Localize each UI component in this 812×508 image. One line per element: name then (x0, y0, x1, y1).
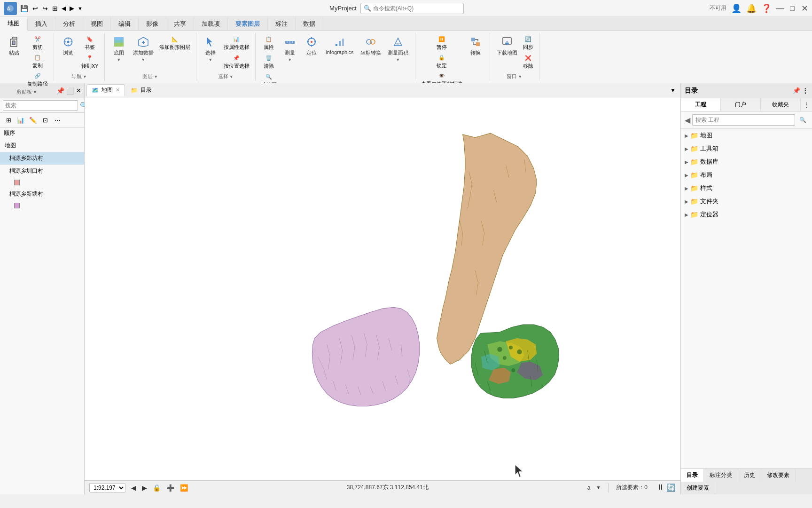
rbt-history[interactable]: 历史 (738, 469, 761, 482)
copy-button[interactable]: 📋 复制 (25, 52, 50, 70)
tree-arrow-folder[interactable]: ▶ (685, 199, 688, 204)
layer-item-color2[interactable] (0, 200, 84, 211)
tab-view[interactable]: 视图 (83, 17, 111, 31)
coord-unit-dropdown[interactable]: a (587, 484, 591, 491)
download-map-button[interactable]: 下载地图 (494, 34, 520, 58)
layer-search-input[interactable] (3, 100, 78, 111)
quick-access-nav-fwd[interactable]: ▶ (69, 4, 75, 13)
layer-expand[interactable]: ▼ (154, 74, 158, 79)
panel-float[interactable]: ⬜ (66, 87, 74, 95)
quick-access-redo[interactable]: ↪ (41, 4, 49, 13)
nav-home-btn[interactable]: ⏩ (180, 484, 188, 492)
goto-xy-button[interactable]: 📍 转到XY (79, 53, 101, 71)
select-by-location-button[interactable]: 📌 按位置选择 (222, 53, 251, 71)
paste-button[interactable]: 粘贴 (4, 34, 24, 58)
more-options-btn[interactable]: ⋯ (52, 115, 63, 125)
tree-item-folder[interactable]: ▶ 📁 文件夹 (681, 195, 812, 208)
tab-map-view[interactable]: 🗺️ 地图 ✕ (86, 84, 125, 96)
map-canvas[interactable] (85, 97, 680, 480)
maximize-button[interactable]: □ (789, 5, 796, 12)
quick-access-layout[interactable]: ⊞ (51, 4, 59, 13)
layer-item-xintang[interactable]: 桐源乡新塘村 (0, 188, 84, 200)
add-graphic-layer-button[interactable]: 📐 添加图形图层 (157, 34, 192, 52)
copy-path-button[interactable]: 🔗 复制路径 (25, 71, 50, 88)
layer-item-zhunkouvillage[interactable]: 桐源乡圳口村 (0, 165, 84, 177)
convert-button[interactable]: 转换 (465, 34, 486, 58)
right-search-input[interactable] (692, 114, 795, 126)
refresh-map-btn[interactable]: 🔄 (666, 483, 676, 492)
map-tab-close[interactable]: ✕ (116, 87, 120, 93)
measure-area-button[interactable]: m² 测量面积 ▼ (385, 34, 411, 64)
tree-arrow-map[interactable]: ▶ (685, 133, 688, 138)
clipboard-expand[interactable]: ▼ (33, 90, 37, 95)
basemap-button[interactable]: 底图 ▼ (109, 34, 129, 64)
bookmark-button[interactable]: 🔖 书签 (79, 34, 101, 52)
cut-button[interactable]: ✂️ 剪切 (25, 34, 50, 52)
tab-feature-layer[interactable]: 要素图层 (228, 17, 268, 31)
tree-item-locator[interactable]: ▶ 📁 定位器 (681, 208, 812, 221)
notification-icon[interactable]: 🔔 (746, 3, 757, 14)
command-search-box[interactable]: 🔍 (360, 3, 464, 14)
coord-transform-button[interactable]: xy 坐标转换 (358, 34, 384, 58)
fixed-scale-btn[interactable]: 🔒 (153, 484, 161, 492)
quick-access-more[interactable]: ▼ (77, 5, 84, 12)
rbt-modify-feature[interactable]: 修改要素 (761, 469, 796, 482)
layer-item-color1[interactable] (0, 177, 84, 188)
tab-edit[interactable]: 编辑 (111, 17, 139, 31)
right-search-back[interactable]: ◀ (685, 116, 690, 125)
quick-access-save[interactable]: 💾 (19, 4, 30, 13)
panel-auto-hide[interactable]: 📌 (56, 87, 64, 95)
tree-arrow-database[interactable]: ▶ (685, 159, 688, 165)
scale-selector[interactable]: 1:92,197 (89, 483, 125, 492)
right-search-button[interactable]: 🔍 (797, 114, 808, 126)
tab-catalog-view[interactable]: 📁 目录 (126, 84, 156, 96)
tab-data[interactable]: 数据 (296, 17, 323, 31)
tab-map[interactable]: 地图 (0, 17, 28, 31)
right-tab-options[interactable]: ⋮ (801, 98, 812, 111)
rbt-annotation-class[interactable]: 标注分类 (704, 469, 738, 482)
tree-arrow-style[interactable]: ▶ (685, 186, 688, 191)
tab-addins[interactable]: 加载项 (194, 17, 228, 31)
right-tab-favorites[interactable]: 收藏夹 (761, 98, 801, 111)
select-expand[interactable]: ▼ (229, 74, 234, 79)
sync-button[interactable]: 🔄 同步 (521, 34, 535, 52)
quick-access-undo[interactable]: ↩ (31, 4, 39, 13)
tab-annotation[interactable]: 标注 (268, 17, 296, 31)
table-view-btn[interactable]: ⊞ (3, 115, 14, 125)
add-bookmark-btn[interactable]: ➕ (166, 484, 174, 492)
pause-button[interactable]: ⏸️ 暂停 (419, 34, 464, 52)
tree-arrow-locator[interactable]: ▶ (685, 212, 688, 217)
close-button[interactable]: ✕ (801, 5, 808, 12)
tree-item-map[interactable]: ▶ 📁 地图 (681, 129, 812, 142)
layer-item-zhengfang[interactable]: 桐源乡郑坊村 (0, 152, 84, 165)
add-data-button[interactable]: 添加数据 ▼ (130, 34, 156, 64)
window-expand[interactable]: ▼ (518, 74, 522, 79)
locate-button[interactable]: 定位 (301, 34, 322, 58)
tree-item-style[interactable]: ▶ 📁 样式 (681, 182, 812, 195)
dropdown-arrow[interactable]: ▼ (596, 485, 601, 490)
tree-item-toolbox[interactable]: ▶ 📁 工具箱 (681, 142, 812, 155)
layer-item-map[interactable]: 地图 (0, 139, 84, 152)
right-panel-options[interactable]: ⋮ (802, 87, 808, 94)
command-search-input[interactable] (373, 5, 461, 12)
tree-arrow-toolbox[interactable]: ▶ (685, 146, 688, 151)
chart-view-btn[interactable]: 📊 (15, 115, 26, 125)
right-tab-project[interactable]: 工程 (681, 98, 721, 111)
panel-close[interactable]: ✕ (76, 87, 81, 95)
tab-analysis[interactable]: 分析 (55, 17, 83, 31)
rbt-catalog[interactable]: 目录 (681, 469, 704, 482)
clear-button[interactable]: 🗑️ 清除 (259, 53, 279, 71)
lock-button[interactable]: 🔒 锁定 (419, 52, 464, 70)
right-panel-auto-hide[interactable]: 📌 (793, 87, 800, 94)
tab-imagery[interactable]: 影像 (139, 17, 166, 31)
edit-layer-btn[interactable]: ✏️ (27, 115, 39, 125)
pause-playback-btn[interactable]: ⏸ (657, 483, 664, 492)
remove-button[interactable]: ❌ 移除 (521, 53, 535, 71)
minimize-button[interactable]: — (776, 5, 784, 12)
tree-item-layout[interactable]: ▶ 📁 布局 (681, 168, 812, 182)
tab-share[interactable]: 共享 (166, 17, 194, 31)
infographics-button[interactable]: Infographics (323, 34, 357, 56)
quick-access-nav-back[interactable]: ◀ (61, 4, 67, 13)
measure-button[interactable]: 测量 ▼ (280, 34, 300, 64)
select-by-attr-button[interactable]: 📊 按属性选择 (222, 34, 251, 52)
